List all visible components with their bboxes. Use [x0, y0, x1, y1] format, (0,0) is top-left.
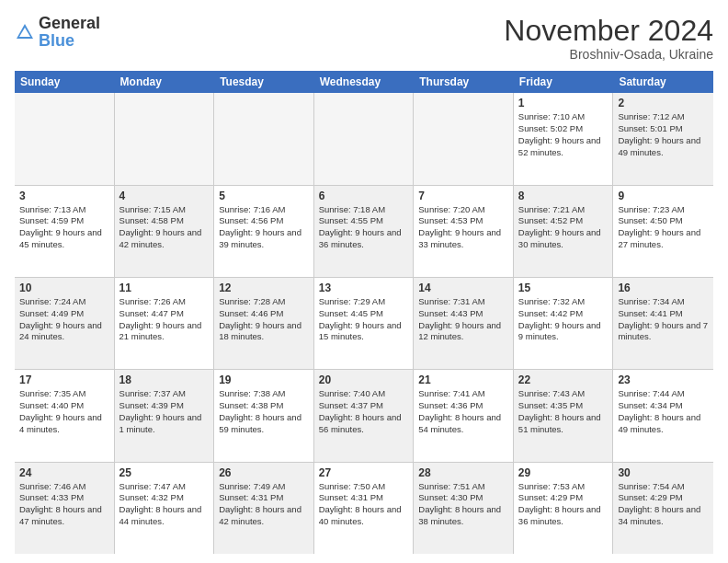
cal-cell-3: 3Sunrise: 7:13 AM Sunset: 4:59 PM Daylig… — [15, 186, 115, 277]
day-info: Sunrise: 7:23 AM Sunset: 4:50 PM Dayligh… — [618, 204, 709, 251]
day-number: 24 — [19, 466, 109, 479]
day-number: 2 — [618, 97, 709, 109]
header-day-sunday: Sunday — [15, 71, 115, 93]
cal-cell-13: 13Sunrise: 7:29 AM Sunset: 4:45 PM Dayli… — [314, 278, 415, 369]
day-number: 7 — [418, 190, 508, 202]
day-number: 29 — [518, 466, 609, 479]
day-number: 25 — [119, 466, 210, 479]
calendar: SundayMondayTuesdayWednesdayThursdayFrid… — [15, 71, 713, 554]
day-number: 20 — [319, 373, 409, 386]
logo-blue: Blue — [39, 31, 74, 50]
day-info: Sunrise: 7:53 AM Sunset: 4:29 PM Dayligh… — [518, 481, 609, 528]
day-number: 9 — [618, 190, 709, 202]
day-info: Sunrise: 7:43 AM Sunset: 4:35 PM Dayligh… — [518, 388, 609, 435]
day-number: 16 — [618, 282, 709, 294]
cal-cell-19: 19Sunrise: 7:38 AM Sunset: 4:38 PM Dayli… — [214, 370, 314, 461]
day-info: Sunrise: 7:40 AM Sunset: 4:37 PM Dayligh… — [319, 388, 409, 435]
day-number: 15 — [518, 282, 609, 294]
day-info: Sunrise: 7:12 AM Sunset: 5:01 PM Dayligh… — [618, 111, 709, 158]
title-block: November 2024 Broshniv-Osada, Ukraine — [504, 15, 713, 62]
day-info: Sunrise: 7:41 AM Sunset: 4:36 PM Dayligh… — [418, 388, 508, 435]
cal-cell-empty-0-1 — [115, 93, 215, 184]
day-info: Sunrise: 7:18 AM Sunset: 4:55 PM Dayligh… — [319, 204, 409, 251]
day-info: Sunrise: 7:34 AM Sunset: 4:41 PM Dayligh… — [618, 296, 709, 343]
cal-cell-23: 23Sunrise: 7:44 AM Sunset: 4:34 PM Dayli… — [613, 370, 713, 461]
day-number: 30 — [618, 466, 709, 479]
calendar-header: SundayMondayTuesdayWednesdayThursdayFrid… — [15, 71, 713, 93]
cal-cell-20: 20Sunrise: 7:40 AM Sunset: 4:37 PM Dayli… — [314, 370, 415, 461]
day-number: 18 — [119, 373, 210, 386]
day-info: Sunrise: 7:28 AM Sunset: 4:46 PM Dayligh… — [219, 296, 309, 343]
header-day-thursday: Thursday — [414, 71, 514, 93]
cal-cell-27: 27Sunrise: 7:50 AM Sunset: 4:31 PM Dayli… — [314, 463, 415, 554]
cal-cell-21: 21Sunrise: 7:41 AM Sunset: 4:36 PM Dayli… — [414, 370, 514, 461]
header-day-wednesday: Wednesday — [314, 71, 415, 93]
day-info: Sunrise: 7:31 AM Sunset: 4:43 PM Dayligh… — [418, 296, 508, 343]
day-number: 17 — [19, 373, 109, 386]
day-number: 1 — [518, 97, 609, 109]
day-number: 23 — [618, 373, 709, 386]
cal-cell-1: 1Sunrise: 7:10 AM Sunset: 5:02 PM Daylig… — [514, 93, 614, 184]
month-title: November 2024 — [504, 15, 713, 47]
day-number: 12 — [219, 282, 309, 294]
cal-cell-15: 15Sunrise: 7:32 AM Sunset: 4:42 PM Dayli… — [514, 278, 614, 369]
header-day-saturday: Saturday — [613, 71, 713, 93]
cal-cell-2: 2Sunrise: 7:12 AM Sunset: 5:01 PM Daylig… — [613, 93, 713, 184]
day-info: Sunrise: 7:13 AM Sunset: 4:59 PM Dayligh… — [19, 204, 109, 251]
cal-cell-28: 28Sunrise: 7:51 AM Sunset: 4:30 PM Dayli… — [414, 463, 514, 554]
day-info: Sunrise: 7:49 AM Sunset: 4:31 PM Dayligh… — [219, 481, 309, 528]
day-info: Sunrise: 7:37 AM Sunset: 4:39 PM Dayligh… — [119, 388, 210, 435]
day-number: 8 — [518, 190, 609, 202]
day-info: Sunrise: 7:44 AM Sunset: 4:34 PM Dayligh… — [618, 388, 709, 435]
day-number: 6 — [319, 190, 409, 202]
cal-cell-empty-0-2 — [214, 93, 314, 184]
cal-cell-16: 16Sunrise: 7:34 AM Sunset: 4:41 PM Dayli… — [613, 278, 713, 369]
day-info: Sunrise: 7:29 AM Sunset: 4:45 PM Dayligh… — [319, 296, 409, 343]
cal-cell-11: 11Sunrise: 7:26 AM Sunset: 4:47 PM Dayli… — [115, 278, 215, 369]
calendar-row-2: 10Sunrise: 7:24 AM Sunset: 4:49 PM Dayli… — [15, 278, 713, 370]
day-number: 4 — [119, 190, 210, 202]
calendar-row-3: 17Sunrise: 7:35 AM Sunset: 4:40 PM Dayli… — [15, 370, 713, 462]
cal-cell-4: 4Sunrise: 7:15 AM Sunset: 4:58 PM Daylig… — [115, 186, 215, 277]
day-info: Sunrise: 7:38 AM Sunset: 4:38 PM Dayligh… — [219, 388, 309, 435]
header-day-tuesday: Tuesday — [214, 71, 314, 93]
day-number: 3 — [19, 190, 109, 202]
cal-cell-10: 10Sunrise: 7:24 AM Sunset: 4:49 PM Dayli… — [15, 278, 115, 369]
header-day-monday: Monday — [115, 71, 215, 93]
cal-cell-17: 17Sunrise: 7:35 AM Sunset: 4:40 PM Dayli… — [15, 370, 115, 461]
cal-cell-29: 29Sunrise: 7:53 AM Sunset: 4:29 PM Dayli… — [514, 463, 614, 554]
cal-cell-empty-0-4 — [414, 93, 514, 184]
day-info: Sunrise: 7:10 AM Sunset: 5:02 PM Dayligh… — [518, 111, 609, 158]
cal-cell-22: 22Sunrise: 7:43 AM Sunset: 4:35 PM Dayli… — [514, 370, 614, 461]
cal-cell-14: 14Sunrise: 7:31 AM Sunset: 4:43 PM Dayli… — [414, 278, 514, 369]
day-info: Sunrise: 7:26 AM Sunset: 4:47 PM Dayligh… — [119, 296, 210, 343]
cal-cell-empty-0-0 — [15, 93, 115, 184]
cal-cell-empty-0-3 — [314, 93, 415, 184]
day-info: Sunrise: 7:15 AM Sunset: 4:58 PM Dayligh… — [119, 204, 210, 251]
day-number: 21 — [418, 373, 508, 386]
day-info: Sunrise: 7:24 AM Sunset: 4:49 PM Dayligh… — [19, 296, 109, 343]
cal-cell-9: 9Sunrise: 7:23 AM Sunset: 4:50 PM Daylig… — [613, 186, 713, 277]
logo-text: General Blue — [39, 15, 100, 50]
day-number: 5 — [219, 190, 309, 202]
cal-cell-18: 18Sunrise: 7:37 AM Sunset: 4:39 PM Dayli… — [115, 370, 215, 461]
day-number: 28 — [418, 466, 508, 479]
page: General Blue November 2024 Broshniv-Osad… — [0, 0, 728, 563]
day-number: 14 — [418, 282, 508, 294]
cal-cell-24: 24Sunrise: 7:46 AM Sunset: 4:33 PM Dayli… — [15, 463, 115, 554]
day-info: Sunrise: 7:51 AM Sunset: 4:30 PM Dayligh… — [418, 481, 508, 528]
logo-icon — [15, 22, 35, 42]
day-info: Sunrise: 7:50 AM Sunset: 4:31 PM Dayligh… — [319, 481, 409, 528]
cal-cell-5: 5Sunrise: 7:16 AM Sunset: 4:56 PM Daylig… — [214, 186, 314, 277]
header-day-friday: Friday — [514, 71, 614, 93]
logo-general: General — [39, 14, 100, 32]
location: Broshniv-Osada, Ukraine — [504, 47, 713, 62]
logo: General Blue — [15, 15, 100, 50]
day-info: Sunrise: 7:47 AM Sunset: 4:32 PM Dayligh… — [119, 481, 210, 528]
day-info: Sunrise: 7:32 AM Sunset: 4:42 PM Dayligh… — [518, 296, 609, 343]
day-info: Sunrise: 7:46 AM Sunset: 4:33 PM Dayligh… — [19, 481, 109, 528]
cal-cell-8: 8Sunrise: 7:21 AM Sunset: 4:52 PM Daylig… — [514, 186, 614, 277]
day-number: 22 — [518, 373, 609, 386]
day-info: Sunrise: 7:54 AM Sunset: 4:29 PM Dayligh… — [618, 481, 709, 528]
cal-cell-12: 12Sunrise: 7:28 AM Sunset: 4:46 PM Dayli… — [214, 278, 314, 369]
